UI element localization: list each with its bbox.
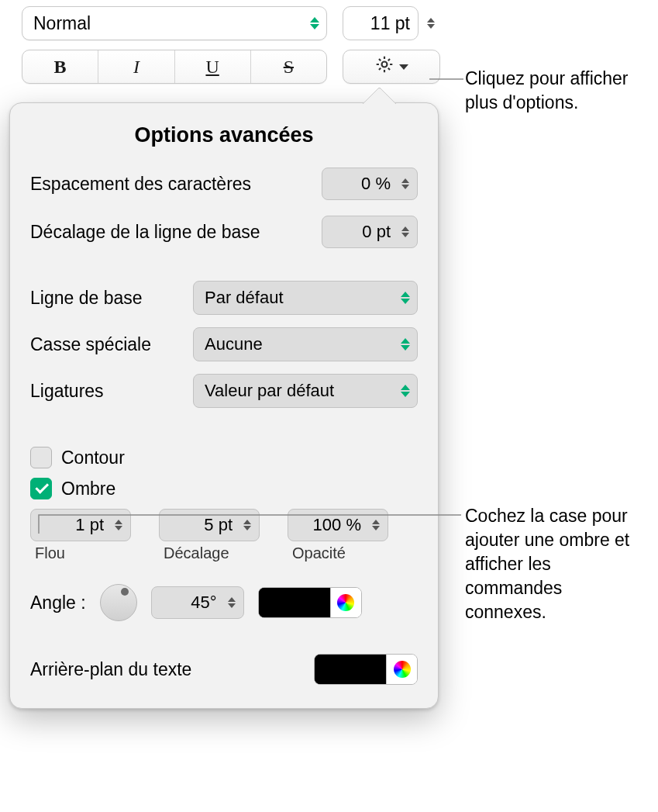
underline-button[interactable]: U	[175, 50, 251, 83]
font-style-segmented: B I U S	[22, 50, 327, 84]
font-size-field[interactable]: 11 pt	[343, 6, 419, 40]
char-spacing-label: Espacement des caractères	[30, 174, 322, 195]
popup-arrows-icon	[394, 385, 417, 397]
color-swatch	[259, 588, 330, 617]
stepper-icon	[394, 178, 417, 189]
stepper-icon	[236, 520, 259, 530]
popup-arrows-icon	[394, 338, 417, 351]
shadow-opacity-label: Opacité	[288, 544, 346, 562]
shadow-offset-label: Décalage	[159, 544, 229, 562]
italic-button[interactable]: I	[98, 50, 174, 83]
chevron-down-icon	[399, 64, 408, 70]
color-picker-button[interactable]	[330, 588, 361, 617]
text-bg-color-well[interactable]	[314, 654, 418, 685]
shadow-offset-field[interactable]: 5 pt	[159, 509, 260, 541]
capitalization-label: Casse spéciale	[30, 334, 193, 355]
text-bg-label: Arrière-plan du texte	[30, 659, 314, 680]
stepper-icon	[394, 226, 417, 237]
color-wheel-icon	[394, 661, 411, 678]
capitalization-popup[interactable]: Aucune	[193, 327, 418, 361]
angle-label: Angle :	[30, 593, 86, 613]
outline-label: Contour	[61, 447, 125, 468]
ligatures-popup[interactable]: Valeur par défaut	[193, 374, 418, 408]
ligatures-label: Ligatures	[30, 381, 193, 402]
gear-icon	[374, 54, 394, 79]
stepper-icon	[364, 520, 388, 530]
shadow-checkbox[interactable]	[30, 478, 52, 499]
shadow-color-well[interactable]	[258, 587, 362, 618]
baseline-shift-field[interactable]: 0 pt	[322, 216, 418, 248]
bold-button[interactable]: B	[22, 50, 98, 83]
shadow-blur-field[interactable]: 1 pt	[30, 509, 131, 541]
popup-arrows-icon	[303, 17, 326, 29]
text-style-popup[interactable]: Normal	[22, 6, 327, 40]
advanced-options-button[interactable]	[343, 50, 440, 84]
font-size-value: 11 pt	[370, 13, 410, 34]
strikethrough-button[interactable]: S	[251, 50, 326, 83]
baseline-popup[interactable]: Par défaut	[193, 281, 418, 315]
popover-title: Options avancées	[30, 123, 418, 147]
svg-point-0	[382, 62, 388, 67]
font-size-stepper[interactable]	[422, 18, 440, 29]
advanced-options-popover: Options avancées Espacement des caractèr…	[9, 102, 439, 709]
baseline-shift-label: Décalage de la ligne de base	[30, 222, 322, 243]
shadow-opacity-field[interactable]: 100 %	[288, 509, 388, 541]
shadow-label: Ombre	[61, 479, 115, 499]
outline-checkbox[interactable]	[30, 447, 52, 468]
baseline-label: Ligne de base	[30, 288, 193, 309]
stepper-icon	[220, 597, 243, 608]
angle-field[interactable]: 45°	[151, 586, 244, 619]
color-swatch	[315, 655, 386, 684]
color-wheel-icon	[337, 594, 354, 611]
popup-arrows-icon	[394, 292, 417, 304]
shadow-blur-label: Flou	[30, 544, 65, 562]
color-picker-button[interactable]	[386, 655, 417, 684]
text-style-label: Normal	[33, 13, 303, 34]
stepper-icon	[107, 520, 130, 530]
callout-shadow: Cochez la case pour ajouter une ombre et…	[465, 504, 643, 624]
callout-gear: Cliquez pour afficher plus d'options.	[465, 67, 643, 115]
angle-dial[interactable]	[100, 584, 137, 621]
char-spacing-field[interactable]: 0 %	[322, 168, 418, 200]
